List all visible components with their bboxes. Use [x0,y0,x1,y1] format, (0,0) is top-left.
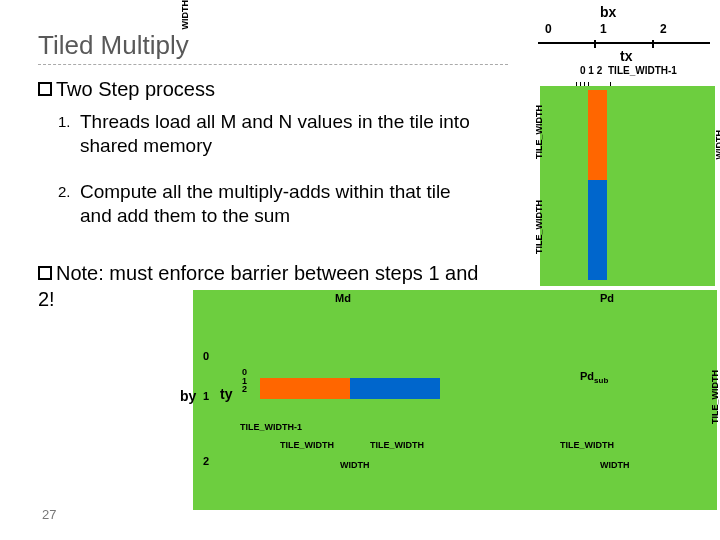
note-rest: must enforce barrier between steps 1 and… [38,262,478,310]
list-number-2: 2. [58,183,71,200]
tile-column-orange-thin [603,90,607,180]
vlabel-tilewidth-r: TILE_WIDTH [710,370,720,424]
label-tilewidth-b3: TILE_WIDTH [560,440,614,450]
tile-column-blue-thin [603,180,607,280]
label-pdsub: Pdsub [580,370,608,385]
vlabel-tilewidth-2: TILE_WIDTH [534,200,544,254]
matrix-n [540,86,715,286]
label-tx: tx [620,48,632,64]
label-bx: bx [600,4,616,20]
pdsub-sub: sub [594,376,608,385]
label-tilewidth-m1-v: TILE_WIDTH-1 [240,422,302,432]
tile-column-orange [588,90,603,180]
checkbox-icon [38,82,52,96]
label-width-2: WIDTH [600,460,630,470]
tile-row-blue-thin [350,394,440,399]
label-bx2: 2 [660,22,667,36]
label-ty012: 012 [242,368,247,394]
sub-bullet-1: Threads load all M and N values in the t… [80,110,480,158]
tick-row [576,76,614,86]
bracket-bx [538,30,718,42]
label-by: by [180,388,196,404]
vlabel-width-r2: WIDTH [180,0,190,30]
tile-row-orange [260,378,350,394]
tile-row-orange-thin [260,394,350,399]
list-number-1: 1. [58,113,71,130]
sub-bullet-2: Compute all the multiply-adds within tha… [80,180,480,228]
pdsub-text: Pd [580,370,594,382]
matrix-md-pd [193,290,717,510]
label-bx0: 0 [545,22,552,36]
bullet-two-step: Two Step process [38,78,215,101]
checkbox-icon [38,266,52,280]
label-tilewidth-b1: TILE_WIDTH [280,440,334,450]
slide-title: Tiled Multiply [38,30,189,61]
page-number: 27 [42,507,56,522]
bullet-text-rest: Step process [93,78,215,100]
note-prefix: Note: [56,262,104,284]
label-pd: Pd [600,292,614,304]
label-width-1: WIDTH [340,460,370,470]
divider [38,64,508,65]
label-by1: 1 [203,390,209,402]
vlabel-tilewidth-1: TILE_WIDTH [534,105,544,159]
label-by2: 2 [203,455,209,467]
label-tx012: 0 1 2 [580,65,602,76]
bullet-note: Note: must enforce barrier between steps… [38,260,498,312]
tile-column-blue [588,180,603,280]
label-by0: 0 [203,350,209,362]
tile-row-blue [350,378,440,394]
label-tilewidth-b2: TILE_WIDTH [370,440,424,450]
label-bx1: 1 [600,22,607,36]
vlabel-width-right: WIDTH [714,130,720,160]
bullet-text: Two [56,78,93,100]
label-tilewidth-1: TILE_WIDTH-1 [608,65,677,76]
label-ty: ty [220,386,232,402]
